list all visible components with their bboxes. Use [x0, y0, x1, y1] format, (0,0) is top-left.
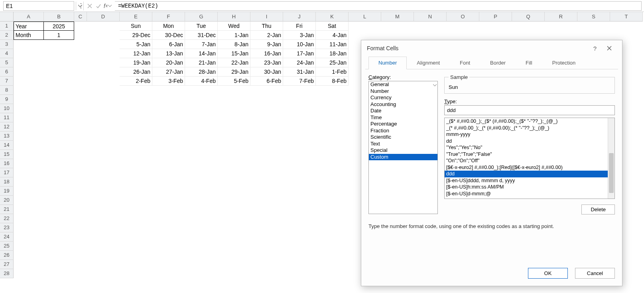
cell-E1[interactable]: Sun: [120, 22, 152, 31]
cell-I7[interactable]: 6-Feb: [250, 77, 283, 86]
row-header-11[interactable]: 11: [0, 113, 14, 122]
row-header-22[interactable]: 22: [0, 214, 14, 223]
cell-F4[interactable]: 13-Jan: [152, 49, 185, 58]
cell-G3[interactable]: 7-Jan: [185, 40, 218, 49]
row-header-5[interactable]: 5: [0, 58, 14, 67]
column-header-F[interactable]: F: [152, 12, 185, 22]
category-item-fraction[interactable]: Fraction: [369, 128, 437, 134]
format-code-item[interactable]: "On";"On";"Off": [445, 157, 614, 164]
row-header-2[interactable]: 2: [0, 31, 14, 40]
cancel-formula-icon[interactable]: [85, 2, 94, 10]
column-header-T[interactable]: T: [610, 12, 643, 22]
cell-G7[interactable]: 4-Feb: [185, 77, 218, 86]
format-code-item[interactable]: ddd: [445, 171, 614, 177]
category-item-time[interactable]: Time: [369, 114, 437, 121]
format-codes-listbox[interactable]: _($* #,##0.00_);_($* (#,##0.00);_($* "-"…: [444, 118, 615, 199]
cell-J2[interactable]: 3-Jan: [283, 31, 316, 40]
category-item-text[interactable]: Text: [369, 141, 437, 147]
tab-protection[interactable]: Protection: [542, 57, 586, 69]
row-header-15[interactable]: 15: [0, 150, 14, 159]
format-code-item[interactable]: [$-en-US]h:mm:ss AM/PM: [445, 184, 614, 191]
name-box[interactable]: [3, 1, 74, 11]
column-header-N[interactable]: N: [414, 12, 447, 22]
row-header-3[interactable]: 3: [0, 40, 14, 49]
insert-function-fx-icon[interactable]: fx: [104, 3, 112, 9]
cell-J6[interactable]: 31-Jan: [283, 67, 316, 77]
select-all-corner[interactable]: [0, 12, 14, 22]
tab-alignment[interactable]: Alignment: [407, 57, 450, 69]
cell-F3[interactable]: 6-Jan: [152, 40, 185, 49]
row-header-18[interactable]: 18: [0, 177, 14, 187]
format-code-item[interactable]: dd: [445, 138, 614, 145]
cell-F7[interactable]: 3-Feb: [152, 77, 185, 86]
format-code-item[interactable]: [$€-x-euro2] #,##0.00_);[Red]([$€-x-euro…: [445, 164, 614, 171]
confirm-formula-icon[interactable]: [94, 2, 103, 10]
format-code-item[interactable]: _($* #,##0.00_);_($* (#,##0.00);_($* "-"…: [445, 118, 614, 125]
row-header-9[interactable]: 9: [0, 95, 14, 104]
column-header-C[interactable]: C: [74, 12, 87, 22]
row-header-13[interactable]: 13: [0, 132, 14, 141]
cell-A1[interactable]: Year: [14, 22, 44, 31]
row-header-20[interactable]: 20: [0, 196, 14, 205]
cell-G1[interactable]: Tue: [185, 22, 218, 31]
cell-F5[interactable]: 20-Jan: [152, 58, 185, 67]
row-header-25[interactable]: 25: [0, 242, 14, 251]
cell-E3[interactable]: 5-Jan: [120, 40, 152, 49]
column-header-H[interactable]: H: [218, 12, 250, 22]
cell-E2[interactable]: 29-Dec: [120, 31, 152, 40]
name-box-dropdown-icon[interactable]: [78, 5, 82, 7]
row-header-21[interactable]: 21: [0, 205, 14, 214]
cell-G6[interactable]: 28-Jan: [185, 67, 218, 77]
column-header-K[interactable]: K: [316, 12, 349, 22]
cell-J7[interactable]: 7-Feb: [283, 77, 316, 86]
cell-G5[interactable]: 21-Jan: [185, 58, 218, 67]
column-header-M[interactable]: M: [381, 12, 414, 22]
category-item-percentage[interactable]: Percentage: [369, 121, 437, 128]
category-item-special[interactable]: Special: [369, 147, 437, 154]
row-header-19[interactable]: 19: [0, 187, 14, 196]
row-header-10[interactable]: 10: [0, 104, 14, 113]
cell-I6[interactable]: 30-Jan: [250, 67, 283, 77]
cell-B2[interactable]: 1: [44, 31, 74, 40]
column-header-O[interactable]: O: [447, 12, 479, 22]
category-item-date[interactable]: Date: [369, 108, 437, 114]
delete-button[interactable]: Delete: [581, 205, 615, 214]
column-header-S[interactable]: S: [577, 12, 610, 22]
cell-K3[interactable]: 11-Jan: [316, 40, 349, 49]
ok-button[interactable]: OK: [528, 268, 568, 279]
category-item-custom[interactable]: Custom: [369, 154, 437, 161]
scroll-thumb[interactable]: [609, 153, 614, 193]
cell-G4[interactable]: 14-Jan: [185, 49, 218, 58]
column-header-G[interactable]: G: [185, 12, 218, 22]
cell-K5[interactable]: 25-Jan: [316, 58, 349, 67]
column-header-Q[interactable]: Q: [512, 12, 545, 22]
row-header-14[interactable]: 14: [0, 141, 14, 150]
cell-I2[interactable]: 2-Jan: [250, 31, 283, 40]
cell-J1[interactable]: Fri: [283, 22, 316, 31]
format-code-item[interactable]: mmm-yyyy: [445, 131, 614, 138]
chevron-down-icon[interactable]: [432, 81, 437, 89]
row-header-23[interactable]: 23: [0, 223, 14, 232]
cell-H3[interactable]: 8-Jan: [218, 40, 250, 49]
cell-H2[interactable]: 1-Jan: [218, 31, 250, 40]
help-icon[interactable]: ?: [588, 41, 602, 55]
cell-K2[interactable]: 4-Jan: [316, 31, 349, 40]
cell-J5[interactable]: 24-Jan: [283, 58, 316, 67]
format-code-item[interactable]: "True";"True";"False": [445, 151, 614, 158]
tab-number[interactable]: Number: [368, 57, 407, 69]
category-item-scientific[interactable]: Scientific: [369, 134, 437, 141]
tab-font[interactable]: Font: [450, 57, 480, 69]
row-header-12[interactable]: 12: [0, 122, 14, 132]
cell-F6[interactable]: 27-Jan: [152, 67, 185, 77]
cell-I5[interactable]: 23-Jan: [250, 58, 283, 67]
cell-H4[interactable]: 15-Jan: [218, 49, 250, 58]
row-header-27[interactable]: 27: [0, 260, 14, 269]
cell-E5[interactable]: 19-Jan: [120, 58, 152, 67]
column-header-E[interactable]: E: [120, 12, 152, 22]
column-header-B[interactable]: B: [44, 12, 74, 22]
cell-H6[interactable]: 29-Jan: [218, 67, 250, 77]
close-icon[interactable]: [602, 41, 616, 55]
category-item-accounting[interactable]: Accounting: [369, 101, 437, 108]
row-header-1[interactable]: 1: [0, 22, 14, 31]
column-header-I[interactable]: I: [250, 12, 283, 22]
